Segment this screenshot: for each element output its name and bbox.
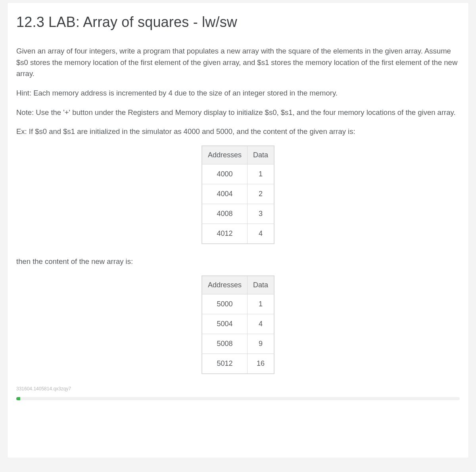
- table-row: 5000 1: [202, 294, 274, 314]
- cell-data: 3: [248, 204, 274, 224]
- progress-bar: [16, 397, 460, 400]
- cell-address: 4000: [202, 164, 248, 184]
- footer-id: 331604.1405814.qx3zqy7: [16, 386, 460, 392]
- cell-address: 5012: [202, 354, 248, 374]
- given-array-table: Addresses Data 4000 1 4004 2 4008 3: [202, 145, 274, 244]
- paragraph-note: Note: Use the '+' button under the Regis…: [16, 107, 460, 118]
- cell-data: 1: [248, 164, 274, 184]
- table-row: 4004 2: [202, 184, 274, 204]
- given-array-table-wrap: Addresses Data 4000 1 4004 2 4008 3: [16, 145, 460, 244]
- table-row: 4012 4: [202, 224, 274, 244]
- cell-address: 5004: [202, 314, 248, 334]
- table-row: 4008 3: [202, 204, 274, 224]
- result-array-table: Addresses Data 5000 1 5004 4 5008 9: [202, 275, 274, 374]
- cell-data: 4: [248, 224, 274, 244]
- paragraph-intro: Given an array of four integers, write a…: [16, 46, 460, 80]
- result-array-table-wrap: Addresses Data 5000 1 5004 4 5008 9: [16, 275, 460, 374]
- col-header-addresses: Addresses: [202, 146, 248, 164]
- page-title: 12.3 LAB: Array of squares - lw/sw: [16, 14, 460, 31]
- cell-data: 2: [248, 184, 274, 204]
- table-row: 5012 16: [202, 354, 274, 374]
- paragraph-result-lead: then the content of the new array is:: [16, 256, 460, 268]
- cell-data: 4: [248, 314, 274, 334]
- cell-data: 16: [248, 354, 274, 374]
- cell-address: 4004: [202, 184, 248, 204]
- table-row: 4000 1: [202, 164, 274, 184]
- col-header-addresses: Addresses: [202, 276, 248, 294]
- cell-data: 1: [248, 294, 274, 314]
- col-header-data: Data: [248, 276, 274, 294]
- cell-address: 4008: [202, 204, 248, 224]
- lab-instructions-panel: 12.3 LAB: Array of squares - lw/sw Given…: [7, 2, 469, 458]
- paragraph-example-lead: Ex: If $s0 and $s1 are initialized in th…: [16, 126, 460, 138]
- cell-data: 9: [248, 334, 274, 354]
- table-row: 5008 9: [202, 334, 274, 354]
- cell-address: 5008: [202, 334, 248, 354]
- cell-address: 5000: [202, 294, 248, 314]
- col-header-data: Data: [248, 146, 274, 164]
- paragraph-hint: Hint: Each memory address is incremented…: [16, 88, 460, 99]
- cell-address: 4012: [202, 224, 248, 244]
- table-row: 5004 4: [202, 314, 274, 334]
